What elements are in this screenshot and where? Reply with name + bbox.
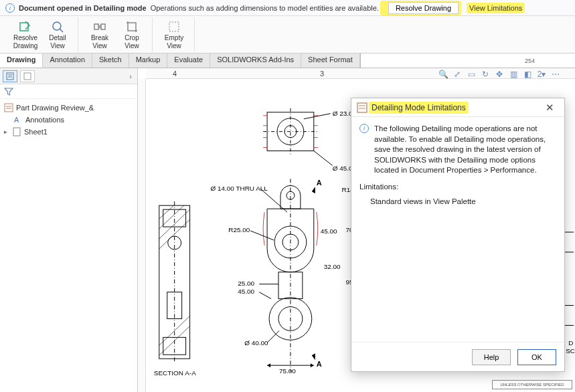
detail-icon <box>51 20 64 33</box>
svg-rect-3 <box>94 24 98 29</box>
tab-annotation[interactable]: Annotation <box>43 54 92 68</box>
svg-rect-14 <box>13 128 20 136</box>
view-limitations-link[interactable]: View Limitations <box>469 4 522 12</box>
limitation-item: Standard views in View Palette <box>370 197 556 205</box>
svg-rect-5 <box>169 22 179 31</box>
panel-tab-tree[interactable] <box>3 70 17 82</box>
dialog-icon <box>357 102 367 113</box>
tab-sketch[interactable]: Sketch <box>92 54 129 68</box>
section-caption: SECTION A-A <box>154 369 196 377</box>
dialog-body-text: The following Detailing mode operations … <box>374 124 556 176</box>
dialog-close-button[interactable]: ✕ <box>540 100 559 116</box>
zoom-area-icon[interactable]: ▭ <box>465 69 477 80</box>
tree-sheet-label: Sheet1 <box>24 128 48 136</box>
svg-line-33 <box>267 330 279 342</box>
ribbon: ResolveDrawing DetailView BreakView Crop… <box>0 16 575 54</box>
dim-3200: 32.00 <box>324 263 341 270</box>
scene-menu[interactable]: 2▾ <box>536 69 548 80</box>
pan-icon[interactable]: ✥ <box>493 69 505 80</box>
empty-icon <box>167 20 181 33</box>
drawing-doc-icon <box>4 103 13 112</box>
tab-drawing[interactable]: Drawing <box>0 54 43 68</box>
rotate-icon[interactable]: ↻ <box>479 69 491 80</box>
feature-manager-panel: › Part Drawing Review_& A Annotations ▸ … <box>0 68 138 392</box>
ok-button[interactable]: OK <box>517 349 556 365</box>
crop-icon <box>125 20 139 33</box>
dialog-title: Detailing Mode Limitations <box>372 103 466 112</box>
label-sc: SC <box>566 347 575 355</box>
dim-d40: Ø 40.00 <box>244 339 268 347</box>
dim-75: 75.00 <box>279 367 296 375</box>
svg-rect-0 <box>20 23 28 31</box>
svg-text:A: A <box>14 116 19 124</box>
resolve-drawing-button[interactable]: Resolve Drawing <box>388 2 459 14</box>
detail-view-button[interactable]: DetailView <box>42 17 74 52</box>
section-label-a-bot: A <box>317 360 322 368</box>
break-icon <box>93 20 106 33</box>
svg-line-20 <box>304 114 331 119</box>
break-view-button[interactable]: BreakView <box>84 17 116 52</box>
panel-tabs: › <box>0 68 137 84</box>
svg-rect-48 <box>357 103 367 112</box>
resolve-icon <box>19 20 32 33</box>
panel-tab-display[interactable] <box>20 70 35 82</box>
dialog-titlebar[interactable]: Detailing Mode Limitations ✕ <box>351 98 564 117</box>
filter-icon <box>4 87 13 96</box>
annotations-icon: A <box>13 115 23 124</box>
resolve-drawing-ribbon-button[interactable]: ResolveDrawing <box>9 17 42 52</box>
panel-expand-button[interactable]: › <box>127 72 135 80</box>
info-bar: i Document opened in Detailing mode Oper… <box>0 0 575 16</box>
context-toolbar: 🔍 ⤢ ▭ ↻ ✥ ▥ ◧ 2▾ ⋯ <box>437 68 562 80</box>
svg-line-2 <box>60 29 63 32</box>
dialog-footer: Help OK <box>351 342 564 371</box>
dim-thru: Ø 14.00 THRU ALL <box>210 185 268 192</box>
svg-line-30 <box>250 231 274 240</box>
info-desc: Operations such as adding dimensions to … <box>151 4 379 12</box>
dialog-body: i The following Detailing mode operation… <box>351 117 564 342</box>
ruler-top-strip: 254 <box>360 54 575 68</box>
sheet-icon <box>12 127 21 136</box>
svg-line-21 <box>314 151 333 166</box>
info-title: Document opened in Detailing mode <box>19 4 147 12</box>
more-menu[interactable]: ⋯ <box>550 69 562 80</box>
label-d: D <box>568 339 573 347</box>
ruler-vertical <box>138 79 146 392</box>
dim-4500: 45.00 <box>238 288 254 295</box>
tree-root-label: Part Drawing Review_& <box>16 104 94 112</box>
svg-line-32 <box>259 292 271 299</box>
tab-evaluate[interactable]: Evaluate <box>167 54 210 68</box>
dim-2500: 25.00 <box>238 280 254 287</box>
section-label-a-top: A <box>317 179 322 187</box>
tree-sheet[interactable]: ▸ Sheet1 <box>4 126 133 138</box>
command-tabs: Drawing Annotation Sketch Markup Evaluat… <box>0 54 575 68</box>
tab-markup[interactable]: Markup <box>129 54 168 68</box>
section-icon[interactable]: ▥ <box>507 69 519 80</box>
title-block: UNLESS OTHERWISE SPECIFIED <box>492 380 572 389</box>
tab-addins[interactable]: SOLIDWORKS Add-Ins <box>210 54 301 68</box>
empty-view-button[interactable]: EmptyView <box>158 17 190 52</box>
info-icon: i <box>5 3 15 13</box>
tab-sheet-format[interactable]: Sheet Format <box>301 54 360 68</box>
caret-icon: ▸ <box>4 128 9 135</box>
tree-annotations-label: Annotations <box>25 116 64 124</box>
zoom-window-icon[interactable]: 🔍 <box>437 69 449 80</box>
dim-4500v: 45.00 <box>321 227 337 235</box>
svg-rect-9 <box>24 73 31 80</box>
crop-view-button[interactable]: CropView <box>116 17 148 52</box>
tree-annotations[interactable]: A Annotations <box>4 114 133 126</box>
limitations-heading: Limitations: <box>359 183 556 191</box>
zoom-fit-icon[interactable]: ⤢ <box>451 69 463 80</box>
svg-rect-4 <box>101 24 105 29</box>
display-style-icon[interactable]: ◧ <box>521 69 533 80</box>
svg-rect-10 <box>5 104 13 112</box>
tree-root[interactable]: Part Drawing Review_& <box>4 102 133 114</box>
filter-row[interactable] <box>0 84 137 99</box>
help-button[interactable]: Help <box>472 349 511 365</box>
svg-rect-6 <box>7 73 13 80</box>
tree: Part Drawing Review_& A Annotations ▸ Sh… <box>0 99 137 140</box>
info-icon: i <box>359 124 369 133</box>
dim-r25: R25.00 <box>228 226 250 233</box>
limitations-dialog: Detailing Mode Limitations ✕ i The follo… <box>351 98 565 372</box>
